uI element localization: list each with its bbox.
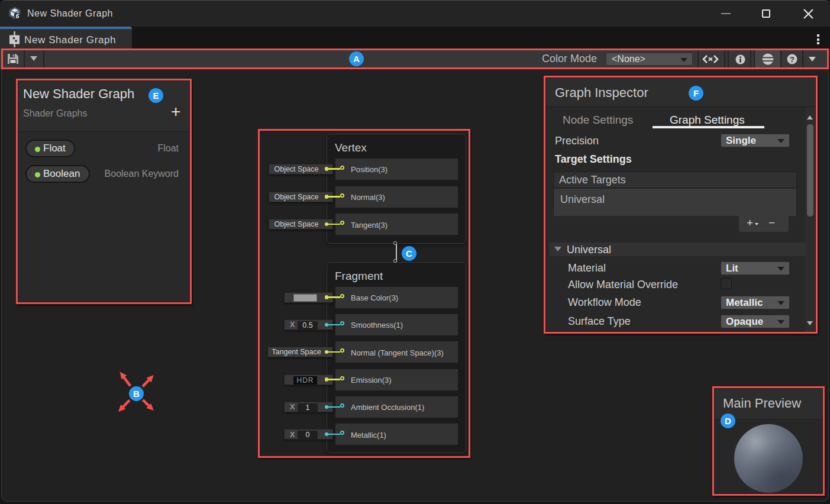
svg-text:6: 6 (16, 12, 20, 20)
